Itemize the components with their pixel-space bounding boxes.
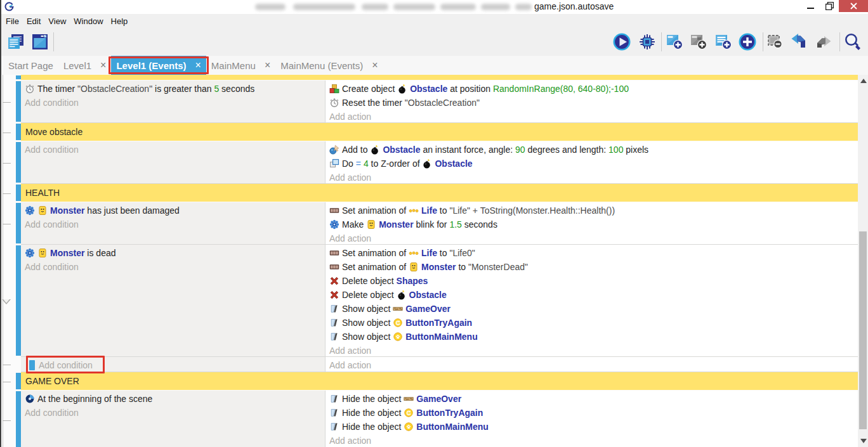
condition-line[interactable]: At the beginning of the scene [21, 392, 325, 406]
group-header[interactable]: Move obstacle [21, 123, 858, 141]
action-line[interactable]: Hide the object ButtonTryAgain [326, 406, 858, 420]
add-comment-button[interactable] [713, 32, 733, 52]
actions-cell[interactable]: Hide the object GameOverHide the object … [325, 391, 858, 447]
menu-item-file[interactable]: File [6, 16, 23, 26]
unselect-button[interactable] [765, 32, 786, 52]
tab-bar: Start PageLevel1×Level1 (Events)×MainMen… [0, 56, 868, 75]
add-action-link[interactable]: Add action [329, 172, 371, 183]
tab-mainmenu-events-[interactable]: MainMenu (Events)× [275, 56, 383, 75]
play-button[interactable] [612, 32, 632, 52]
group-header[interactable]: HEALTH [21, 184, 858, 202]
gutter-collapse-arrow-icon[interactable] [2, 299, 11, 304]
text-segment: Obstacle [409, 290, 447, 300]
conditions-cell[interactable]: Monster is deadAdd condition [21, 245, 325, 356]
action-line[interactable]: Show object ButtonMainMenu [326, 330, 858, 344]
action-line[interactable]: Show object GameOver [326, 302, 858, 316]
add-condition-link[interactable]: Add condition [39, 360, 93, 370]
action-line[interactable]: Set animation of Life to "Life0" [326, 246, 858, 260]
menu-item-help[interactable]: Help [107, 16, 132, 26]
conditions-cell[interactable]: Monster has just been damagedAdd conditi… [21, 202, 325, 244]
add-action-link[interactable]: Add action [329, 360, 371, 370]
action-line[interactable]: Create object Obstacle at position Rando… [326, 82, 858, 96]
add-condition-link[interactable]: Add condition [25, 219, 79, 230]
scene-window-button[interactable] [30, 32, 50, 52]
condition-line[interactable]: The timer "ObstacleCreation" is greater … [21, 82, 325, 96]
redacted-text-blob [255, 4, 286, 10]
gdevelop-logo-icon [4, 2, 14, 11]
actions-cell[interactable]: Add to Obstacle an instant force, angle:… [325, 141, 858, 183]
group-header[interactable] [21, 75, 858, 80]
action-line[interactable]: Make Monster blink for 1.5 seconds [326, 217, 858, 231]
add-condition-link[interactable]: Add condition [25, 145, 79, 155]
conditions-cell[interactable]: The timer "ObstacleCreation" is greater … [21, 81, 325, 122]
add-condition-link[interactable]: Add condition [25, 262, 79, 272]
add-action-link[interactable]: Add action [329, 233, 371, 243]
tab-close-icon[interactable]: × [195, 60, 201, 70]
insertion-marker [29, 360, 35, 370]
scroll-down-arrow[interactable] [860, 439, 867, 443]
menu-item-window[interactable]: Window [70, 16, 107, 26]
insertion-condition-line[interactable]: Add condition [21, 358, 325, 372]
text-segment: RandomInRange(80, 640-80);-100 [493, 84, 629, 94]
scroll-thumb[interactable] [859, 231, 867, 429]
action-line[interactable]: Delete object Shapes [326, 274, 858, 288]
action-line[interactable]: Reset the timer "ObstacleCreation" [326, 96, 858, 110]
group-header[interactable]: GAME OVER [21, 372, 858, 390]
action-line[interactable]: Add to Obstacle an instant force, angle:… [326, 143, 858, 157]
actions-cell[interactable]: Create object Obstacle at position Rando… [325, 81, 858, 122]
play-icon [612, 32, 631, 51]
tab-close-icon[interactable]: × [100, 60, 106, 70]
group-row [0, 75, 858, 81]
tab-close-icon[interactable]: × [372, 60, 378, 70]
close-button[interactable] [839, 0, 868, 12]
text-segment: Hide the object [342, 394, 404, 404]
add-plus-button[interactable] [737, 32, 758, 52]
menu-item-edit[interactable]: Edit [23, 16, 44, 26]
search-button[interactable] [843, 32, 863, 52]
action-line[interactable]: Show object ButtonTryAgain [326, 316, 858, 330]
menu-item-view[interactable]: View [44, 16, 70, 26]
add-action-link[interactable]: Add action [329, 112, 371, 122]
add-condition-link[interactable]: Add condition [25, 98, 79, 108]
toolbar [0, 28, 868, 56]
conditions-cell[interactable]: Add condition [21, 357, 325, 372]
text-segment: Obstacle [435, 159, 472, 169]
action-line[interactable]: Do = 4 to Z-order of Obstacle [326, 157, 858, 171]
menu-bar: FileEditViewWindowHelp [0, 14, 868, 28]
gutter-tree-dash [3, 365, 11, 365]
add-condition-link[interactable]: Add condition [25, 408, 79, 418]
action-line[interactable]: Delete object Obstacle [326, 288, 858, 302]
minimize-button[interactable] [801, 0, 820, 12]
tab-level1[interactable]: Level1× [58, 56, 112, 75]
actions-cell[interactable]: Set animation of Life to "Life" + ToStri… [325, 202, 858, 244]
debug-button[interactable] [637, 32, 657, 52]
redacted-title-blur [255, 3, 532, 11]
action-line[interactable]: Set animation of Monster to "MonsterDead… [326, 260, 858, 274]
tab-level1-events-[interactable]: Level1 (Events)× [111, 56, 206, 75]
add-action-link[interactable]: Add action [329, 346, 371, 356]
conditions-cell[interactable]: At the beginning of the sceneAdd conditi… [21, 391, 325, 447]
restore-button[interactable] [820, 0, 839, 12]
game-over-icon [393, 304, 403, 314]
tab-mainmenu[interactable]: MainMenu× [206, 56, 275, 75]
condition-line[interactable]: Monster has just been damaged [21, 204, 325, 217]
action-line[interactable]: Set animation of Life to "Life" + ToStri… [326, 204, 858, 217]
actions-cell[interactable]: Add action [325, 357, 858, 372]
minimize-icon [807, 8, 814, 9]
add-action-link[interactable]: Add action [329, 436, 371, 446]
undo-button[interactable] [789, 32, 810, 52]
actions-cell[interactable]: Set animation of Life to "Life0"Set anim… [325, 245, 858, 356]
action-line[interactable]: Hide the object ButtonMainMenu [326, 420, 858, 434]
add-subevent-button[interactable] [688, 32, 709, 52]
scene-events-pages-button[interactable] [6, 32, 26, 52]
tab-start-page[interactable]: Start Page [3, 56, 58, 75]
text-segment: Add to [342, 145, 370, 155]
conditions-cell[interactable]: Add condition [21, 141, 325, 183]
add-event-button[interactable] [664, 32, 685, 52]
scroll-up-arrow[interactable] [860, 79, 867, 83]
condition-line[interactable]: Monster is dead [21, 246, 325, 260]
redo-button[interactable] [813, 32, 833, 52]
action-line[interactable]: Hide the object GameOver [326, 392, 858, 406]
tab-close-icon[interactable]: × [265, 60, 270, 70]
scene-start-icon [25, 394, 35, 404]
